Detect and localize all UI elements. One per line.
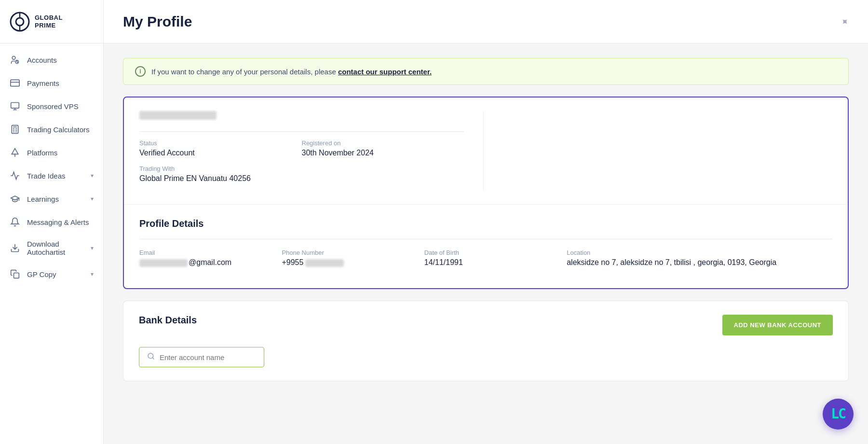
- content: i If you want to change any of your pers…: [104, 43, 868, 444]
- status-value: Verified Account: [139, 149, 302, 157]
- sponsored-vps-icon: [10, 101, 20, 111]
- payments-icon: [10, 78, 20, 88]
- add-bank-account-button[interactable]: ADD NEW BANK ACCOUNT: [722, 315, 833, 335]
- profile-details-title: Profile Details: [139, 218, 832, 229]
- sidebar-item-learnings-label: Learnings: [27, 195, 59, 203]
- profile-top: Status Verified Account Registered on 30…: [124, 97, 848, 205]
- sidebar-item-gp-copy[interactable]: GP Copy ▾: [0, 263, 103, 286]
- download-autochartist-chevron-icon: ▾: [91, 245, 94, 251]
- search-input[interactable]: [160, 353, 256, 361]
- gp-copy-icon: [10, 269, 20, 279]
- logo-text-line2: PRIME: [35, 22, 63, 29]
- sidebar-item-accounts-label: Accounts: [27, 56, 57, 64]
- live-chat-icon: LC: [831, 407, 845, 421]
- sidebar-item-download-autochartist[interactable]: Download Autochartist ▾: [0, 234, 103, 263]
- sidebar-item-trading-calculators-label: Trading Calculators: [27, 125, 90, 134]
- learnings-chevron-icon: ▾: [91, 195, 94, 202]
- trading-with-value: Global Prime EN Vanuatu 40256: [139, 174, 464, 183]
- sidebar-item-gp-copy-label: GP Copy: [27, 270, 56, 278]
- page-title: My Profile: [123, 14, 192, 30]
- live-chat-inner: LC: [831, 407, 845, 421]
- trading-calculators-icon: [10, 124, 20, 135]
- trading-with-field: Trading With Global Prime EN Vanuatu 402…: [139, 165, 464, 183]
- email-value: @gmail.com: [139, 258, 272, 267]
- sidebar-item-download-autochartist-label: Download Autochartist: [27, 240, 84, 256]
- status-label: Status: [139, 139, 302, 147]
- profile-details-section: Profile Details Email @gmail.com Phone N…: [124, 205, 848, 288]
- location-field: Location aleksidze no 7, aleksidze no 7,…: [567, 249, 832, 275]
- download-autochartist-icon: [10, 243, 20, 253]
- bank-header: Bank Details ADD NEW BANK ACCOUNT: [139, 315, 833, 335]
- email-field: Email @gmail.com: [139, 249, 272, 275]
- trade-ideas-chevron-icon: ▾: [91, 172, 94, 179]
- blurred-email: [139, 259, 188, 267]
- dob-label: Date of Birth: [424, 249, 557, 256]
- blurred-phone: [305, 259, 344, 267]
- sidebar-item-trading-calculators[interactable]: Trading Calculators: [0, 118, 103, 141]
- registered-label: Registered on: [302, 139, 464, 147]
- sidebar-item-messaging-alerts-label: Messaging & Alerts: [27, 218, 89, 226]
- profile-card: Status Verified Account Registered on 30…: [123, 97, 849, 289]
- sidebar-item-trade-ideas-label: Trade Ideas: [27, 172, 66, 180]
- dob-field: Date of Birth 14/11/1991: [424, 249, 557, 275]
- sidebar-item-sponsored-vps-label: Sponsored VPS: [27, 102, 79, 111]
- svg-rect-11: [12, 125, 18, 134]
- bank-card: Bank Details ADD NEW BANK ACCOUNT: [123, 301, 849, 381]
- registered-field: Registered on 30th November 2024: [302, 139, 464, 165]
- header: My Profile ✦: [104, 0, 868, 43]
- status-field: Status Verified Account: [139, 139, 302, 165]
- blurred-name: [139, 111, 217, 120]
- svg-point-1: [16, 18, 24, 26]
- phone-field: Phone Number +9955: [282, 249, 414, 275]
- sidebar-nav: Accounts Payments Sponsored VPS: [0, 43, 103, 444]
- accounts-icon: [10, 55, 20, 65]
- sidebar-item-learnings[interactable]: Learnings ▾: [0, 187, 103, 210]
- profile-divider: [139, 131, 464, 132]
- messaging-alerts-icon: [10, 217, 20, 227]
- details-grid: Email @gmail.com Phone Number +9955 Date…: [139, 249, 832, 275]
- trade-ideas-icon: [10, 170, 20, 181]
- learnings-icon: [10, 194, 20, 204]
- details-divider: [139, 239, 832, 239]
- sidebar-item-platforms-label: Platforms: [27, 149, 57, 157]
- svg-rect-8: [11, 103, 19, 109]
- svg-rect-20: [14, 273, 19, 278]
- sidebar-item-trade-ideas[interactable]: Trade Ideas ▾: [0, 164, 103, 187]
- svg-rect-6: [11, 80, 19, 86]
- dob-value: 14/11/1991: [424, 258, 557, 267]
- live-chat-button[interactable]: LC: [823, 399, 854, 430]
- sidebar-item-payments[interactable]: Payments: [0, 71, 103, 95]
- main-area: My Profile ✦ i If you want to change any…: [104, 0, 868, 444]
- phone-value: +9955: [282, 258, 414, 267]
- profile-right: [503, 111, 832, 191]
- trading-with-label: Trading With: [139, 165, 464, 172]
- logo-text-line1: GLOBAL: [35, 14, 63, 22]
- sidebar-item-accounts[interactable]: Accounts: [0, 48, 103, 71]
- support-center-link[interactable]: contact our support center.: [338, 68, 432, 76]
- location-label: Location: [567, 249, 832, 256]
- phone-label: Phone Number: [282, 249, 414, 256]
- email-label: Email: [139, 249, 272, 256]
- search-icon: [147, 352, 155, 362]
- profile-grid: Status Verified Account Registered on 30…: [139, 139, 464, 165]
- bank-details-title: Bank Details: [139, 315, 197, 326]
- gp-copy-chevron-icon: ▾: [91, 271, 94, 278]
- profile-left: Status Verified Account Registered on 30…: [139, 111, 484, 191]
- search-box[interactable]: [139, 347, 264, 367]
- sidebar-item-payments-label: Payments: [27, 79, 59, 87]
- pin-icon[interactable]: ✦: [838, 14, 852, 28]
- logo[interactable]: GLOBAL PRIME: [0, 0, 103, 43]
- svg-point-4: [12, 56, 15, 60]
- info-icon: i: [135, 66, 146, 77]
- registered-value: 30th November 2024: [302, 149, 464, 157]
- info-banner: i If you want to change any of your pers…: [123, 58, 849, 85]
- sidebar-item-platforms[interactable]: Platforms: [0, 141, 103, 164]
- platforms-icon: [10, 147, 20, 158]
- sidebar-item-messaging-alerts[interactable]: Messaging & Alerts: [0, 210, 103, 234]
- sidebar-item-sponsored-vps[interactable]: Sponsored VPS: [0, 95, 103, 118]
- sidebar: GLOBAL PRIME Accounts Payments: [0, 0, 104, 444]
- info-banner-text: If you want to change any of your person…: [151, 68, 432, 76]
- svg-line-22: [152, 358, 154, 359]
- location-value: aleksidze no 7, aleksidze no 7, tbilisi …: [567, 258, 832, 267]
